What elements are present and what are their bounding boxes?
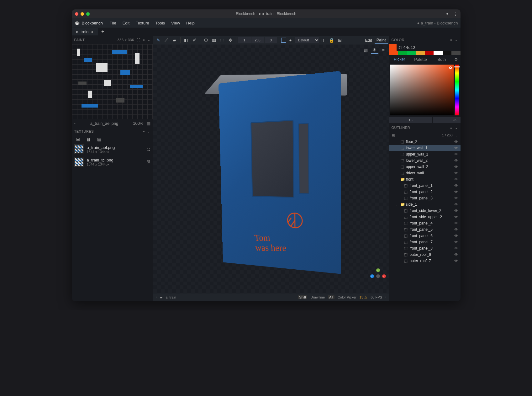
chevron-down-icon[interactable]: ⌄ (455, 126, 458, 130)
menu-file[interactable]: File (107, 19, 119, 27)
menu-tools[interactable]: Tools (153, 19, 167, 27)
outliner-item[interactable]: ⬚ front_panel_1 👁 (389, 182, 461, 189)
visibility-icon[interactable]: 👁 (454, 171, 459, 175)
palette-swatch[interactable] (425, 51, 434, 55)
outliner-item[interactable]: ⬚ front_panel_6 👁 (389, 233, 461, 239)
nav-forward-icon[interactable]: › (385, 295, 387, 299)
view-image-icon[interactable]: ▧ (362, 46, 370, 54)
visibility-icon[interactable]: 👁 (454, 234, 459, 238)
visibility-icon[interactable]: 👁 (454, 140, 459, 144)
uv-layout-icon[interactable]: ▤ (147, 121, 150, 126)
outliner-item[interactable]: ⬚ upper_wall_1 👁 (389, 151, 461, 157)
maximize-button[interactable] (86, 12, 90, 16)
gradient-tool-icon[interactable]: ▦ (210, 36, 218, 44)
more-icon[interactable]: ⋮ (455, 133, 458, 137)
color-tab-palette[interactable]: Palette (410, 56, 431, 63)
visibility-icon[interactable]: 👁 (454, 196, 459, 200)
fill-tool-icon[interactable]: ▰ (171, 36, 178, 44)
3d-viewport[interactable]: Tomwas here ▧ ☀ ≡ Y X Z (153, 45, 389, 293)
brush-tool-icon[interactable]: ✎ (155, 36, 162, 44)
chevron-down-icon[interactable]: ⌄ (147, 129, 150, 134)
image-icon[interactable]: ▦ (85, 135, 92, 143)
visibility-icon[interactable]: 👁 (454, 158, 459, 163)
color-hex-value[interactable]: #f44c12 (397, 45, 418, 50)
outliner-item[interactable]: ⬚ front_panel_5 👁 (389, 226, 461, 233)
grid-toggle-icon[interactable]: ⊞ (336, 36, 344, 44)
visibility-icon[interactable]: 👁 (454, 190, 459, 194)
chevron-down-icon[interactable]: ⌄ (147, 38, 150, 42)
shape-square-icon[interactable] (281, 38, 286, 43)
lock-icon[interactable]: 🔒 (328, 36, 335, 44)
menu-view[interactable]: View (169, 19, 182, 27)
uv-editor[interactable] (72, 44, 153, 119)
more-icon[interactable]: ⋮ (344, 36, 352, 44)
outliner-item[interactable]: ⬚ front_panel_7 👁 (389, 239, 461, 245)
visibility-icon[interactable]: 👁 (454, 259, 459, 263)
mode-paint[interactable]: Paint (375, 37, 388, 44)
view-light-icon[interactable]: ☀ (371, 46, 378, 54)
hue-input[interactable] (389, 117, 432, 123)
visibility-icon[interactable]: 👁 (454, 165, 459, 169)
palette-swatch[interactable] (451, 51, 461, 55)
palette-swatch[interactable] (398, 51, 407, 55)
outliner-item[interactable]: ⌄ 📁 side_1 👁 (389, 201, 461, 208)
saturation-input[interactable] (433, 117, 461, 123)
outliner-item[interactable]: ⬚ lower_wall_1 👁 (389, 145, 461, 151)
expand-icon[interactable]: ⌄ (395, 203, 399, 206)
outliner-item[interactable]: ⬚ front_side_lower_2 👁 (389, 208, 461, 214)
saturation-value-picker[interactable] (390, 65, 454, 115)
close-button[interactable] (75, 12, 78, 16)
texture-item[interactable]: a_train_ael.png 1344 x 1344px 🖫 (72, 143, 153, 156)
shape-tool-icon[interactable]: ⬡ (202, 36, 210, 44)
menu-help[interactable]: Help (184, 19, 197, 27)
menu-texture[interactable]: Texture (133, 19, 152, 27)
hue-slider[interactable] (455, 65, 459, 115)
outliner-item[interactable]: ⬚ outer_roof_6 👁 (389, 251, 461, 258)
menu-dots-icon[interactable]: ⋮ (453, 12, 457, 16)
shape-circle-icon[interactable]: ● (287, 36, 294, 44)
add-texture-icon[interactable]: ⊞ (74, 135, 82, 143)
secondary-tab-label[interactable]: ● a_train - Blockbench (417, 21, 458, 25)
eraser-tool-icon[interactable]: ◧ (182, 36, 190, 44)
options-icon[interactable]: ≡ (143, 129, 145, 133)
mode-edit[interactable]: Edit (363, 37, 374, 43)
color-settings-icon[interactable]: ⚙ (452, 57, 460, 62)
mirror-icon[interactable]: ◫ (320, 36, 327, 44)
fullscreen-icon[interactable]: ⛶ (137, 38, 140, 42)
outliner-item[interactable]: ⌄ 📁 front 👁 (389, 176, 461, 182)
grid-icon[interactable]: ▤ (96, 135, 103, 143)
visibility-icon[interactable]: 👁 (454, 202, 459, 207)
tab-a-train[interactable]: a_train● (72, 28, 98, 35)
brush-opacity-input[interactable] (251, 37, 264, 43)
menu-edit[interactable]: Edit (120, 19, 132, 27)
options-icon[interactable]: ≡ (450, 38, 452, 42)
outliner-item[interactable]: ⬚ upper_wall_2 👁 (389, 164, 461, 170)
current-color-swatch[interactable] (389, 44, 397, 51)
visibility-icon[interactable]: 👁 (454, 221, 459, 225)
visibility-icon[interactable]: 👁 (454, 146, 459, 150)
blend-mode-select[interactable]: Default (295, 37, 319, 43)
tab-add-button[interactable]: + (98, 28, 107, 36)
move-tool-icon[interactable]: ✥ (227, 36, 234, 44)
visibility-icon[interactable]: 👁 (454, 177, 459, 182)
outliner-item[interactable]: ⬚ floor_2 👁 (389, 139, 461, 145)
palette-swatch[interactable] (434, 51, 443, 55)
palette-swatch[interactable] (443, 51, 452, 55)
visibility-icon[interactable]: 👁 (454, 209, 459, 213)
brush-size-input[interactable] (238, 37, 251, 43)
texture-item[interactable]: a_train_tcl.png 1344 x 1344px 🖫 (72, 156, 153, 168)
visibility-icon[interactable]: 👁 (454, 152, 459, 156)
palette-swatch[interactable] (407, 51, 416, 55)
warning-count[interactable]: 13 ⚠ (360, 295, 367, 299)
chevron-down-icon[interactable]: ⌄ (455, 38, 458, 42)
color-tab-picker[interactable]: Picker (389, 55, 410, 63)
expand-icon[interactable]: ⌄ (395, 178, 399, 181)
outliner-item[interactable]: ⬚ front_panel_8 👁 (389, 245, 461, 251)
line-tool-icon[interactable]: ／ (163, 36, 170, 44)
visibility-icon[interactable]: 👁 (454, 252, 459, 257)
options-icon[interactable]: ≡ (450, 126, 452, 129)
visibility-icon[interactable]: 👁 (454, 183, 459, 188)
eyedropper-tool-icon[interactable]: ✐ (191, 36, 198, 44)
save-icon[interactable]: 🖫 (146, 160, 150, 164)
outliner-item[interactable]: ⬚ outer_roof_7 👁 (389, 258, 461, 264)
